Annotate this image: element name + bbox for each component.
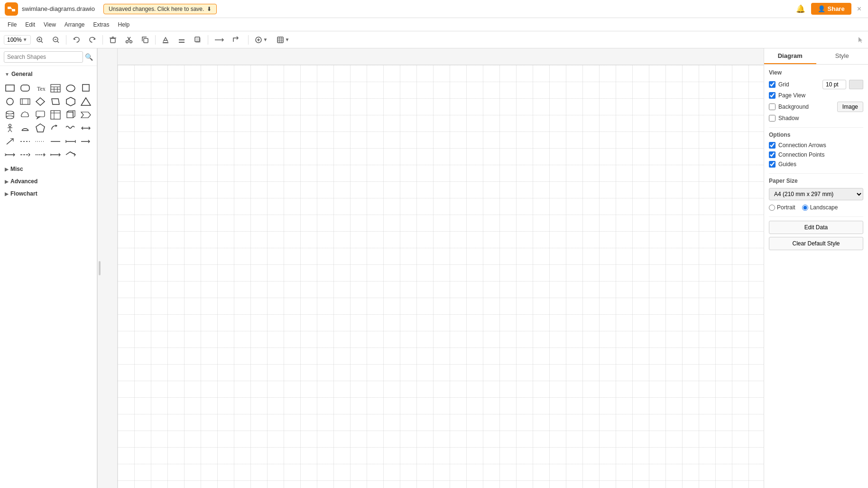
shape-text[interactable]: Text — [33, 82, 47, 94]
table-button[interactable]: ▼ — [273, 34, 293, 46]
portrait-label[interactable]: Portrait — [769, 204, 795, 211]
shape-connector-2[interactable] — [18, 149, 32, 161]
shape-chevron[interactable] — [79, 109, 93, 121]
search-button[interactable]: 🔍 — [85, 53, 93, 61]
menu-edit[interactable]: Edit — [21, 20, 39, 29]
grid-checkbox[interactable] — [769, 81, 776, 88]
shadow-toggle-button[interactable] — [191, 34, 205, 46]
connection-arrows-checkbox[interactable] — [769, 142, 776, 149]
shape-connector-4[interactable] — [48, 149, 63, 161]
section-flowchart[interactable]: ▶ Flowchart — [0, 188, 97, 200]
shape-pentagon[interactable] — [33, 122, 47, 134]
grid-color-box[interactable] — [849, 80, 863, 89]
delete-button[interactable] — [106, 34, 120, 46]
clear-default-style-button[interactable]: Clear Default Style — [769, 237, 863, 250]
fill-color-button[interactable] — [158, 34, 173, 46]
shape-arrow-right[interactable] — [79, 135, 93, 148]
edit-data-button[interactable]: Edit Data — [769, 221, 863, 234]
shape-dotted-line[interactable] — [33, 135, 47, 148]
page-view-checkbox[interactable] — [769, 92, 776, 99]
insert-button[interactable]: ▼ — [251, 34, 271, 46]
shape-rectangle[interactable] — [3, 82, 17, 94]
shape-cylinder[interactable] — [3, 109, 17, 121]
menu-file[interactable]: File — [4, 20, 20, 29]
shape-square[interactable] — [79, 82, 93, 94]
shapes-panel: ▼ General Text — [0, 66, 97, 488]
shape-half-circle[interactable] — [18, 122, 32, 134]
shape-connector-3[interactable] — [33, 149, 47, 161]
share-button[interactable]: 👤 Share — [811, 3, 851, 15]
tab-diagram[interactable]: Diagram — [764, 48, 816, 64]
shape-circle[interactable] — [3, 95, 17, 108]
shape-stick-figure[interactable] — [3, 122, 17, 134]
shape-hexagon[interactable] — [64, 95, 78, 108]
canvas-content[interactable] — [118, 65, 764, 488]
landscape-label[interactable]: Landscape — [802, 204, 838, 211]
guides-checkbox[interactable] — [769, 161, 776, 168]
zoom-out-button[interactable] — [49, 34, 63, 46]
shape-parallelogram[interactable] — [48, 95, 63, 108]
unsaved-banner[interactable]: Unsaved changes. Click here to save. ⬇ — [103, 4, 217, 14]
search-input[interactable] — [4, 51, 83, 63]
shape-3d-box[interactable] — [64, 109, 78, 121]
shape-connector-1[interactable] — [3, 149, 17, 161]
copy-button[interactable] — [138, 34, 152, 46]
shape-triangle[interactable] — [79, 95, 93, 108]
shape-callout[interactable] — [33, 109, 47, 121]
svg-line-67 — [10, 130, 12, 132]
tab-style[interactable]: Style — [816, 48, 868, 64]
left-divider[interactable] — [97, 48, 101, 488]
menu-extras[interactable]: Extras — [90, 20, 113, 29]
undo-icon — [73, 36, 80, 44]
shape-connector-5[interactable] — [64, 149, 78, 161]
shape-process[interactable] — [18, 95, 32, 108]
shape-diagonal-arrow[interactable] — [3, 135, 17, 148]
shape-dashed-line-1[interactable] — [18, 135, 32, 148]
app-logo — [5, 2, 18, 16]
cut-button[interactable] — [122, 34, 136, 46]
menu-arrange[interactable]: Arrange — [61, 20, 89, 29]
shape-cloud[interactable] — [18, 109, 32, 121]
section-misc[interactable]: ▶ Misc — [0, 163, 97, 175]
svg-point-42 — [7, 98, 13, 105]
connector-button[interactable] — [229, 34, 245, 46]
close-button[interactable]: × — [855, 4, 863, 14]
shadow-checkbox[interactable] — [769, 115, 776, 122]
waypoint-button[interactable] — [211, 34, 227, 46]
table-dropdown-icon: ▼ — [285, 37, 290, 42]
shape-bidirectional-line[interactable] — [64, 135, 78, 148]
shape-ellipse[interactable] — [64, 82, 78, 94]
paper-size-select[interactable]: A4 (210 mm x 297 mm) A3 (297 mm x 420 mm… — [769, 188, 863, 200]
shape-double-arrow[interactable] — [79, 122, 93, 134]
zoom-control[interactable]: 100% ▼ — [4, 35, 31, 45]
connection-points-checkbox[interactable] — [769, 151, 776, 158]
right-panel: Diagram Style View Grid Page View — [764, 48, 868, 488]
canvas-area[interactable] — [101, 48, 764, 488]
line-color-button[interactable] — [175, 34, 189, 46]
shape-line[interactable] — [48, 135, 63, 148]
background-checkbox[interactable] — [769, 103, 776, 110]
shape-wavy[interactable] — [64, 122, 78, 134]
shape-curved-arrow[interactable] — [48, 122, 63, 134]
svg-point-63 — [9, 124, 11, 127]
landscape-radio[interactable] — [802, 205, 808, 211]
svg-marker-62 — [81, 112, 91, 118]
shape-rounded-rectangle[interactable] — [18, 82, 32, 94]
menu-help[interactable]: Help — [114, 20, 134, 29]
connector-icon — [232, 36, 242, 44]
shape-cross-table[interactable] — [48, 109, 63, 121]
zoom-in-button[interactable] — [33, 34, 47, 46]
portrait-radio[interactable] — [769, 205, 775, 211]
notification-button[interactable]: 🔔 — [794, 2, 807, 15]
menu-view[interactable]: View — [40, 20, 60, 29]
image-button[interactable]: Image — [837, 102, 863, 112]
grid-value-input[interactable] — [822, 80, 846, 89]
redo-button[interactable] — [85, 34, 100, 46]
section-advanced[interactable]: ▶ Advanced — [0, 175, 97, 188]
misc-arrow-icon: ▶ — [5, 167, 9, 172]
section-general[interactable]: ▼ General — [0, 68, 97, 80]
shape-diamond[interactable] — [33, 95, 47, 108]
undo-button[interactable] — [69, 34, 83, 46]
shape-table[interactable] — [48, 82, 63, 94]
insert-icon — [255, 36, 262, 44]
